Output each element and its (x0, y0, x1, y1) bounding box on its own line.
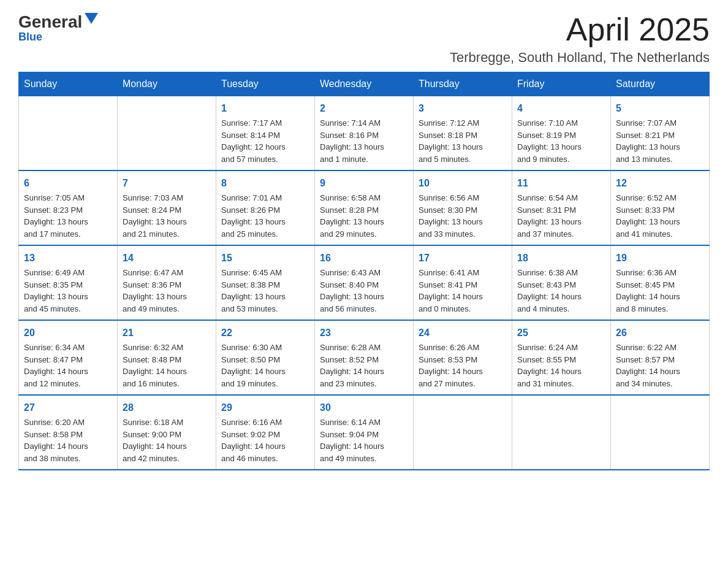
day-info: Sunrise: 6:14 AM Sunset: 9:04 PM Dayligh… (320, 416, 408, 464)
day-number: 14 (123, 251, 211, 266)
day-number: 12 (616, 176, 704, 191)
page-header: General Blue April 2025 Terbregge, South… (18, 12, 710, 66)
day-number: 17 (419, 251, 507, 266)
day-info: Sunrise: 6:43 AM Sunset: 8:40 PM Dayligh… (320, 267, 408, 315)
calendar-cell: 21Sunrise: 6:32 AM Sunset: 8:48 PM Dayli… (118, 320, 216, 395)
header-monday: Monday (118, 72, 216, 96)
calendar-week-row: 13Sunrise: 6:49 AM Sunset: 8:35 PM Dayli… (19, 245, 710, 320)
day-info: Sunrise: 6:36 AM Sunset: 8:45 PM Dayligh… (616, 267, 704, 315)
day-number: 19 (616, 251, 704, 266)
day-number: 3 (419, 101, 507, 116)
calendar-cell: 25Sunrise: 6:24 AM Sunset: 8:55 PM Dayli… (512, 320, 611, 395)
calendar-cell: 17Sunrise: 6:41 AM Sunset: 8:41 PM Dayli… (414, 245, 512, 320)
month-title: April 2025 (450, 12, 710, 47)
day-number: 29 (221, 400, 309, 415)
day-number: 24 (419, 326, 507, 340)
calendar-cell: 9Sunrise: 6:58 AM Sunset: 8:28 PM Daylig… (315, 170, 414, 245)
day-info: Sunrise: 6:28 AM Sunset: 8:52 PM Dayligh… (320, 342, 408, 389)
calendar-cell: 13Sunrise: 6:49 AM Sunset: 8:35 PM Dayli… (19, 245, 118, 320)
day-info: Sunrise: 7:12 AM Sunset: 8:18 PM Dayligh… (419, 117, 507, 165)
calendar-cell: 16Sunrise: 6:43 AM Sunset: 8:40 PM Dayli… (315, 245, 414, 320)
logo: General Blue (18, 12, 98, 44)
day-info: Sunrise: 6:41 AM Sunset: 8:41 PM Dayligh… (419, 267, 507, 315)
day-info: Sunrise: 6:49 AM Sunset: 8:35 PM Dayligh… (24, 267, 112, 315)
calendar-cell: 18Sunrise: 6:38 AM Sunset: 8:43 PM Dayli… (512, 245, 611, 320)
calendar-cell: 15Sunrise: 6:45 AM Sunset: 8:38 PM Dayli… (216, 245, 315, 320)
calendar-cell: 30Sunrise: 6:14 AM Sunset: 9:04 PM Dayli… (315, 395, 414, 470)
calendar-cell (414, 395, 512, 470)
calendar-cell: 4Sunrise: 7:10 AM Sunset: 8:19 PM Daylig… (512, 96, 611, 171)
day-info: Sunrise: 7:17 AM Sunset: 8:14 PM Dayligh… (221, 117, 309, 165)
header-sunday: Sunday (19, 72, 118, 96)
day-number: 23 (320, 326, 408, 340)
calendar-cell: 24Sunrise: 6:26 AM Sunset: 8:53 PM Dayli… (414, 320, 512, 395)
calendar-cell: 1Sunrise: 7:17 AM Sunset: 8:14 PM Daylig… (216, 96, 315, 171)
day-number: 26 (616, 326, 704, 340)
day-number: 10 (419, 176, 507, 191)
day-info: Sunrise: 7:07 AM Sunset: 8:21 PM Dayligh… (616, 117, 704, 165)
calendar-cell (19, 96, 118, 171)
day-number: 1 (221, 101, 309, 116)
calendar-week-row: 27Sunrise: 6:20 AM Sunset: 8:58 PM Dayli… (19, 395, 710, 470)
title-section: April 2025 Terbregge, South Holland, The… (450, 12, 710, 66)
calendar-table: SundayMondayTuesdayWednesdayThursdayFrid… (18, 72, 710, 470)
logo-text-general: General (18, 12, 82, 32)
day-number: 22 (221, 326, 309, 340)
calendar-cell: 27Sunrise: 6:20 AM Sunset: 8:58 PM Dayli… (19, 395, 118, 470)
day-info: Sunrise: 7:10 AM Sunset: 8:19 PM Dayligh… (517, 117, 605, 165)
calendar-header-row: SundayMondayTuesdayWednesdayThursdayFrid… (19, 72, 710, 96)
day-number: 9 (320, 176, 408, 191)
day-number: 15 (221, 251, 309, 266)
day-info: Sunrise: 6:47 AM Sunset: 8:36 PM Dayligh… (123, 267, 211, 315)
day-number: 20 (24, 326, 112, 340)
calendar-cell: 10Sunrise: 6:56 AM Sunset: 8:30 PM Dayli… (414, 170, 512, 245)
calendar-cell: 12Sunrise: 6:52 AM Sunset: 8:33 PM Dayli… (611, 170, 710, 245)
day-number: 27 (24, 400, 112, 415)
header-tuesday: Tuesday (216, 72, 315, 96)
svg-marker-0 (85, 13, 98, 24)
day-number: 5 (616, 101, 704, 116)
day-info: Sunrise: 6:30 AM Sunset: 8:50 PM Dayligh… (221, 342, 309, 389)
calendar-cell (118, 96, 216, 171)
calendar-week-row: 6Sunrise: 7:05 AM Sunset: 8:23 PM Daylig… (19, 170, 710, 245)
calendar-cell: 28Sunrise: 6:18 AM Sunset: 9:00 PM Dayli… (118, 395, 216, 470)
calendar-cell: 11Sunrise: 6:54 AM Sunset: 8:31 PM Dayli… (512, 170, 611, 245)
header-thursday: Thursday (414, 72, 512, 96)
calendar-cell: 14Sunrise: 6:47 AM Sunset: 8:36 PM Dayli… (118, 245, 216, 320)
calendar-cell: 2Sunrise: 7:14 AM Sunset: 8:16 PM Daylig… (315, 96, 414, 171)
day-number: 16 (320, 251, 408, 266)
day-number: 11 (517, 176, 605, 191)
calendar-cell: 8Sunrise: 7:01 AM Sunset: 8:26 PM Daylig… (216, 170, 315, 245)
day-number: 25 (517, 326, 605, 340)
calendar-cell: 26Sunrise: 6:22 AM Sunset: 8:57 PM Dayli… (611, 320, 710, 395)
day-info: Sunrise: 7:05 AM Sunset: 8:23 PM Dayligh… (24, 192, 112, 240)
day-info: Sunrise: 6:56 AM Sunset: 8:30 PM Dayligh… (419, 192, 507, 240)
day-info: Sunrise: 6:34 AM Sunset: 8:47 PM Dayligh… (24, 342, 112, 389)
day-number: 7 (123, 176, 211, 191)
calendar-cell: 22Sunrise: 6:30 AM Sunset: 8:50 PM Dayli… (216, 320, 315, 395)
day-info: Sunrise: 6:22 AM Sunset: 8:57 PM Dayligh… (616, 342, 704, 389)
calendar-cell: 19Sunrise: 6:36 AM Sunset: 8:45 PM Dayli… (611, 245, 710, 320)
header-saturday: Saturday (611, 72, 710, 96)
day-number: 8 (221, 176, 309, 191)
day-info: Sunrise: 6:58 AM Sunset: 8:28 PM Dayligh… (320, 192, 408, 240)
calendar-cell: 7Sunrise: 7:03 AM Sunset: 8:24 PM Daylig… (118, 170, 216, 245)
day-info: Sunrise: 6:54 AM Sunset: 8:31 PM Dayligh… (517, 192, 605, 240)
day-number: 30 (320, 400, 408, 415)
day-number: 13 (24, 251, 112, 266)
header-wednesday: Wednesday (315, 72, 414, 96)
day-number: 21 (123, 326, 211, 340)
day-info: Sunrise: 6:24 AM Sunset: 8:55 PM Dayligh… (517, 342, 605, 389)
calendar-cell: 20Sunrise: 6:34 AM Sunset: 8:47 PM Dayli… (19, 320, 118, 395)
calendar-cell: 23Sunrise: 6:28 AM Sunset: 8:52 PM Dayli… (315, 320, 414, 395)
day-info: Sunrise: 6:45 AM Sunset: 8:38 PM Dayligh… (221, 267, 309, 315)
day-number: 2 (320, 101, 408, 116)
day-info: Sunrise: 7:14 AM Sunset: 8:16 PM Dayligh… (320, 117, 408, 165)
calendar-week-row: 20Sunrise: 6:34 AM Sunset: 8:47 PM Dayli… (19, 320, 710, 395)
calendar-week-row: 1Sunrise: 7:17 AM Sunset: 8:14 PM Daylig… (19, 96, 710, 171)
calendar-cell: 5Sunrise: 7:07 AM Sunset: 8:21 PM Daylig… (611, 96, 710, 171)
day-number: 28 (123, 400, 211, 415)
day-info: Sunrise: 7:03 AM Sunset: 8:24 PM Dayligh… (123, 192, 211, 240)
day-number: 18 (517, 251, 605, 266)
header-friday: Friday (512, 72, 611, 96)
